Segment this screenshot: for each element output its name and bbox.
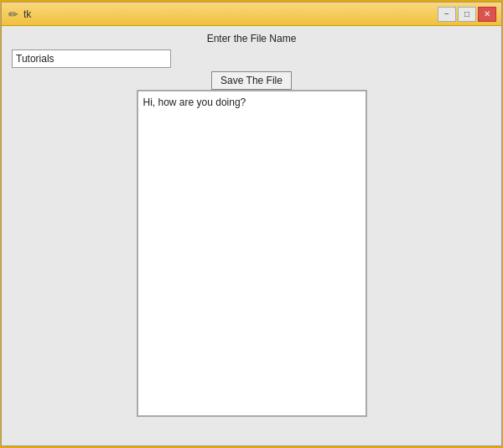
label-row: Enter the File Name: [12, 33, 491, 44]
file-name-input[interactable]: [12, 49, 171, 68]
maximize-button[interactable]: □: [458, 7, 476, 22]
window-title: tk: [23, 8, 31, 20]
content-area: Enter the File Name Save The File Hi, ho…: [2, 26, 501, 445]
title-bar: ✏ tk − □ ✕: [2, 3, 501, 26]
minimize-button[interactable]: −: [438, 7, 456, 22]
app-icon: ✏: [7, 8, 20, 21]
button-row: Save The File: [12, 71, 491, 90]
textarea-wrapper: Hi, how are you doing?: [12, 90, 491, 439]
save-file-button[interactable]: Save The File: [211, 71, 292, 90]
input-row: [12, 49, 491, 68]
file-content-textarea[interactable]: Hi, how are you doing?: [137, 90, 367, 417]
title-bar-left: ✏ tk: [7, 8, 31, 21]
close-button[interactable]: ✕: [478, 7, 496, 22]
file-name-label: Enter the File Name: [207, 33, 297, 44]
window-controls: − □ ✕: [438, 7, 496, 22]
main-window: ✏ tk − □ ✕ Enter the File Name Save The …: [1, 2, 502, 446]
